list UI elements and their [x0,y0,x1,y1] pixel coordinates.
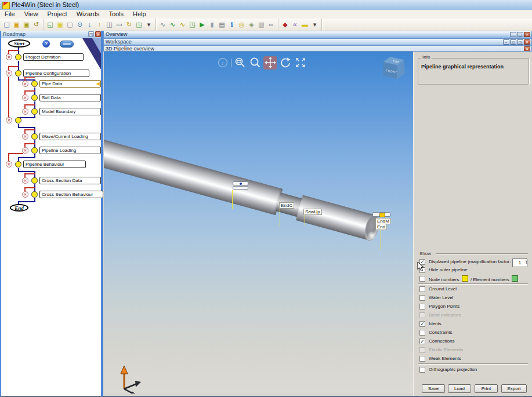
axes-indicator [115,363,148,394]
roadmap-error-indicator: ✕ [6,54,12,60]
roadmap-error-indicator: ✕ [22,191,28,198]
roadmap-node-cross-section-behaviour[interactable]: Cross-Section Behaviour [39,191,103,198]
help-icon[interactable]: ? [42,40,50,48]
overview-window-titlebar[interactable]: Overview –◱✕ [103,31,532,38]
menu-project[interactable]: Project [42,10,71,19]
roadmap-connector [18,201,35,202]
workspace-float-button[interactable]: ◳ [517,39,523,45]
checkbox-connections[interactable]: ✓ [419,338,425,344]
data-table-icon[interactable]: ▤ [217,20,227,30]
run-calculation-icon[interactable]: ▶ [197,20,207,30]
checkbox-orthographic-projection[interactable] [419,367,425,373]
overview-close-button[interactable]: ✕ [524,32,530,37]
help-dropdown-icon[interactable]: ▾ [310,20,320,30]
roadmap-connector [8,66,19,67]
export-button[interactable]: Export [501,384,527,393]
tools-icon[interactable]: ∿ [158,20,168,30]
workspace-restore-button[interactable]: ◱ [510,39,516,45]
checkbox-constraints[interactable] [419,330,425,336]
help-manual-icon[interactable]: ◆ [280,20,290,30]
roadmap-error-indicator: ✕ [6,70,12,77]
roadmap-close-button[interactable]: ✕ [95,31,101,37]
pan-icon[interactable] [263,56,277,70]
zoom-icon[interactable]: ◎ [237,20,247,30]
roadmap-node-wave-current-loading[interactable]: Wave/Current Loading [39,133,101,140]
save-button[interactable]: Save [422,384,445,393]
notes-icon[interactable]: ▬ [300,20,310,30]
window-split-icon[interactable]: ◫ [104,20,114,30]
workspace-close-button[interactable]: ✕ [524,39,530,45]
roadmap-node-pipeline-behaviour[interactable]: Pipeline Behaviour [23,161,86,168]
overview-minimize-button[interactable]: – [510,32,516,37]
roadmap-node-pipe-data[interactable]: Pipe Data◀ [39,80,101,88]
blank-table-icon[interactable]: ▢ [65,20,75,30]
roadmap-node-soil-data[interactable]: Soil Data [39,94,101,101]
load-button[interactable]: Load [448,384,471,393]
roadmap-end-node[interactable]: End [10,204,28,212]
upload-data-icon[interactable]: ↑ [95,20,104,30]
checkbox-weak-elements[interactable] [419,356,425,362]
checkbox-label: Elastic Elements [429,347,463,354]
checkbox-ground-level[interactable] [419,286,425,292]
roadmap-panel-titlebar[interactable]: Roadmap [1,31,101,38]
more-dropdown-icon[interactable]: ▾ [144,20,154,30]
roadmap-node-project-definition[interactable]: Project Definition [23,53,84,61]
app-titlebar[interactable]: Ple4Win (Steel in Steel) [0,0,532,10]
roadmap-node-pipeline-configuration[interactable]: Pipeline Configuration [23,70,89,77]
check-data-icon[interactable]: ⊙ [75,20,85,30]
overview-restore-button[interactable]: ◱ [517,32,523,37]
checkbox-polygon-points[interactable] [419,304,425,309]
show-option-row: Ground Level [419,286,530,293]
navigation-cube[interactable]: TOP FRONT [383,56,410,82]
checkbox-water-level[interactable] [419,295,425,301]
roadmap-node-model-boundary[interactable]: Model Boundary [39,108,101,115]
roadmap-start-node[interactable]: Start [8,39,30,48]
open-project-icon[interactable]: ▣ [12,20,21,30]
view-info-icon[interactable]: i [216,56,229,70]
menu-view[interactable]: View [20,10,43,19]
menu-wizards[interactable]: Wizards [72,10,104,19]
zoom-document-icon[interactable]: ◈ [247,20,256,30]
menu-file[interactable]: File [0,10,20,19]
search-icon[interactable]: ∝ [290,20,300,30]
fit-view-icon[interactable] [294,56,307,70]
zoom-window-icon[interactable] [233,56,247,70]
roadmap-rollup-button[interactable]: ◳ [88,31,94,37]
refresh-icon[interactable]: ↻ [124,20,134,30]
info-icon[interactable]: ℹ [227,20,237,30]
pipeline3d-close-button[interactable]: ✕ [524,46,530,52]
link-icon[interactable]: ∞ [266,20,276,30]
pipeline3d-window-titlebar[interactable]: 3D Pipeline overview ✕ [103,45,532,52]
remote-icon[interactable]: ◳ [134,20,144,30]
roadmap-node-cross-section-data[interactable]: Cross-Section Data [39,177,101,184]
project-history-icon[interactable]: ↺ [31,20,41,30]
download-results-icon[interactable]: ↓ [85,20,95,30]
roadmap-legend-icon[interactable] [60,41,74,48]
roadmap-node-pipeline-loading[interactable]: Pipeline Loading [39,147,101,154]
checkbox-label: Constraints [429,329,452,336]
menu-help[interactable]: Help [128,10,151,19]
workspace-window-titlebar[interactable]: Workspace –◱◳✕ [103,38,532,45]
3d-viewport[interactable]: i TOP FRONT EndCSawUpEndMEnd [104,52,413,394]
workspace-minimize-button[interactable]: – [503,39,509,45]
input-table-icon[interactable]: ▣ [55,20,65,30]
import-data-icon[interactable]: ◱ [45,20,55,30]
rotate-icon[interactable] [278,56,292,70]
report-icon[interactable]: ▥ [256,20,266,30]
save-project-icon[interactable]: ▣ [21,20,31,30]
print-button[interactable]: Print [475,384,498,393]
toolbar-group-3: ◆∝▬▾ [278,19,322,31]
menu-tools[interactable]: Tools [104,10,128,19]
window-single-icon[interactable]: ▭ [114,20,124,30]
roadmap-status-indicator [31,94,38,101]
checkbox-node-numbers[interactable] [419,276,425,282]
zoom-icon[interactable] [248,56,262,70]
new-project-icon[interactable]: ▢ [2,20,12,30]
checkbox-idents[interactable]: ✓ [419,321,425,327]
windows-arrange-icon[interactable]: ◳ [187,20,197,30]
chart-results-icon[interactable]: ∿ [168,20,178,30]
chart-edit-icon[interactable]: ∿ [178,20,187,30]
roadmap-status-indicator [15,70,21,77]
svg-text:i: i [222,60,223,66]
stop-icon[interactable]: ▮ [207,20,217,30]
